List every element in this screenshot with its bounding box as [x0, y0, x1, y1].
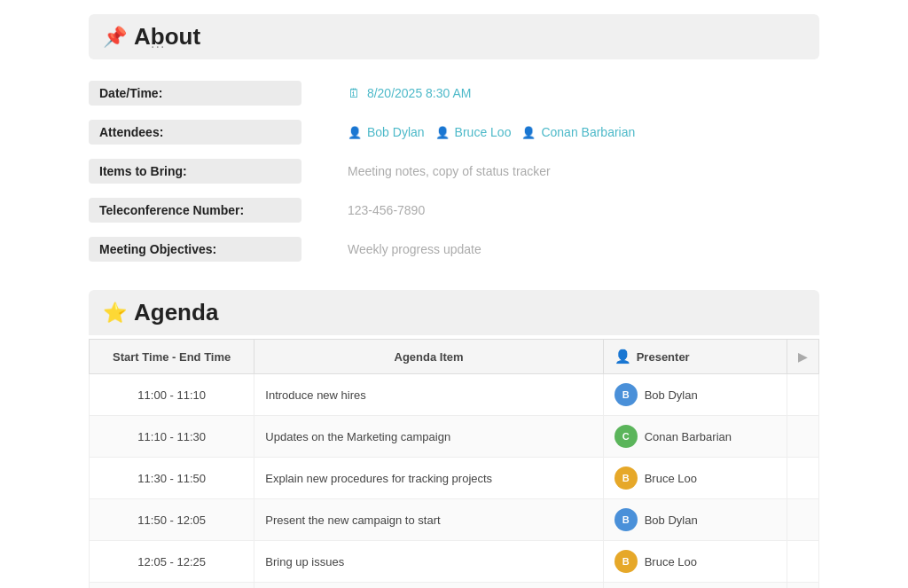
attendee-name-conan: Conan Barbarian: [541, 125, 635, 139]
cell-extra: [787, 416, 818, 458]
attendee-name-bob: Bob Dylan: [367, 125, 425, 139]
agenda-table: Start Time - End Time Agenda Item 👤 Pres…: [89, 339, 819, 588]
cell-presenter: B Bob Dylan: [603, 499, 787, 541]
items-bring-value[interactable]: Meeting notes, copy of status tracker: [337, 159, 819, 184]
presenter-th-icon: 👤: [614, 349, 631, 365]
cell-extra: [787, 374, 818, 416]
cell-agenda-item: Present the new campaign to start: [254, 499, 603, 541]
cell-agenda-item: Explain new procedures for tracking proj…: [254, 458, 603, 499]
cell-presenter: B Bruce Loo: [603, 541, 787, 583]
about-section: Date/Time: 🗓 8/20/2025 8:30 AM Attendees…: [89, 74, 819, 269]
attendees-row: Attendees: 👤 Bob Dylan 👤 Bruce Loo 👤 Con…: [89, 113, 819, 152]
th-time: Start Time - End Time: [90, 340, 254, 374]
agenda-section: Start Time - End Time Agenda Item 👤 Pres…: [89, 339, 819, 588]
cell-agenda-item: Introduce new hires: [254, 374, 603, 416]
presenter-name: Bruce Loo: [645, 555, 697, 568]
cell-presenter: B Bruce Loo: [603, 458, 787, 499]
table-row: 12:05 - 12:25Bring up issues B Bruce Loo: [90, 541, 819, 583]
cell-presenter: C Conan Barbarian: [603, 416, 787, 458]
attendees-label: Attendees:: [89, 120, 301, 145]
about-emoji: 📌: [103, 26, 127, 49]
cell-presenter: B Bob Dylan: [603, 374, 787, 416]
calendar-icon: 🗓: [348, 86, 360, 100]
person-icon-conan: 👤: [521, 126, 536, 139]
cell-extra: [787, 541, 818, 583]
person-icon-bruce: 👤: [435, 126, 450, 139]
table-header-row: Start Time - End Time Agenda Item 👤 Pres…: [90, 340, 819, 374]
items-bring-row: Items to Bring: Meeting notes, copy of s…: [89, 152, 819, 191]
avatar: B: [614, 550, 638, 573]
cell-agenda-item: Closing: [254, 583, 603, 589]
person-icon-bob: 👤: [348, 126, 362, 139]
teleconference-label: Teleconference Number:: [89, 198, 301, 223]
datetime-value[interactable]: 🗓 8/20/2025 8:30 AM: [337, 81, 819, 106]
about-title: About: [134, 23, 200, 51]
avatar: B: [614, 466, 638, 490]
items-bring-label: Items to Bring:: [89, 159, 301, 184]
th-agenda-item: Agenda Item: [254, 340, 603, 374]
attendee-item-conan[interactable]: 👤 Conan Barbarian: [521, 125, 635, 139]
expand-col-icon[interactable]: ▶: [798, 350, 807, 364]
agenda-title: Agenda: [134, 299, 218, 326]
attendee-item-bob[interactable]: 👤 Bob Dylan: [348, 125, 425, 139]
presenter-name: Conan Barbarian: [645, 430, 732, 443]
table-row: 12:25 - 12:40Closing B Bob Dylan: [90, 583, 819, 589]
presenter-name: Bruce Loo: [645, 472, 697, 485]
objectives-row: Meeting Objectives: Weekly progress upda…: [89, 230, 819, 269]
datetime-row: Date/Time: 🗓 8/20/2025 8:30 AM: [89, 74, 819, 113]
cell-extra: [787, 583, 818, 589]
avatar: B: [614, 383, 638, 406]
objectives-label: Meeting Objectives:: [89, 237, 301, 262]
agenda-section-header: ⭐ Agenda: [89, 290, 819, 335]
th-presenter: 👤 Presenter: [603, 340, 787, 374]
th-extra: ▶: [787, 340, 818, 374]
agenda-emoji: ⭐: [103, 302, 127, 325]
cell-extra: [787, 458, 818, 499]
table-row: 11:10 - 11:30Updates on the Marketing ca…: [90, 416, 819, 458]
cell-time: 11:50 - 12:05: [90, 499, 254, 541]
attendee-name-bruce: Bruce Loo: [455, 125, 512, 139]
table-row: 11:00 - 11:10Introduce new hires B Bob D…: [90, 374, 819, 416]
presenter-name: Bob Dylan: [645, 388, 698, 402]
attendee-item-bruce[interactable]: 👤 Bruce Loo: [435, 125, 512, 139]
objectives-value[interactable]: Weekly progress update: [337, 237, 819, 262]
avatar: C: [614, 425, 638, 448]
cell-agenda-item: Updates on the Marketing campaign: [254, 416, 603, 458]
cell-agenda-item: Bring up issues: [254, 541, 603, 583]
cell-extra: [787, 499, 818, 541]
attendees-list: 👤 Bob Dylan 👤 Bruce Loo 👤 Conan Barbaria…: [337, 120, 646, 145]
cell-time: 11:30 - 11:50: [90, 458, 254, 499]
cell-presenter: B Bob Dylan: [603, 583, 787, 589]
more-options-icon[interactable]: ···: [151, 39, 165, 55]
table-row: 11:50 - 12:05Present the new campaign to…: [90, 499, 819, 541]
teleconference-value[interactable]: 123-456-7890: [337, 198, 819, 223]
datetime-label: Date/Time:: [89, 81, 301, 106]
cell-time: 12:25 - 12:40: [90, 583, 254, 589]
teleconference-row: Teleconference Number: 123-456-7890: [89, 191, 819, 230]
datetime-text: 8/20/2025 8:30 AM: [367, 86, 472, 100]
cell-time: 11:10 - 11:30: [90, 416, 254, 458]
about-section-header: 📌 About: [89, 14, 819, 59]
table-row: 11:30 - 11:50Explain new procedures for …: [90, 458, 819, 499]
cell-time: 11:00 - 11:10: [90, 374, 254, 416]
cell-time: 12:05 - 12:25: [90, 541, 254, 583]
presenter-name: Bob Dylan: [645, 514, 698, 527]
avatar: B: [614, 508, 638, 531]
